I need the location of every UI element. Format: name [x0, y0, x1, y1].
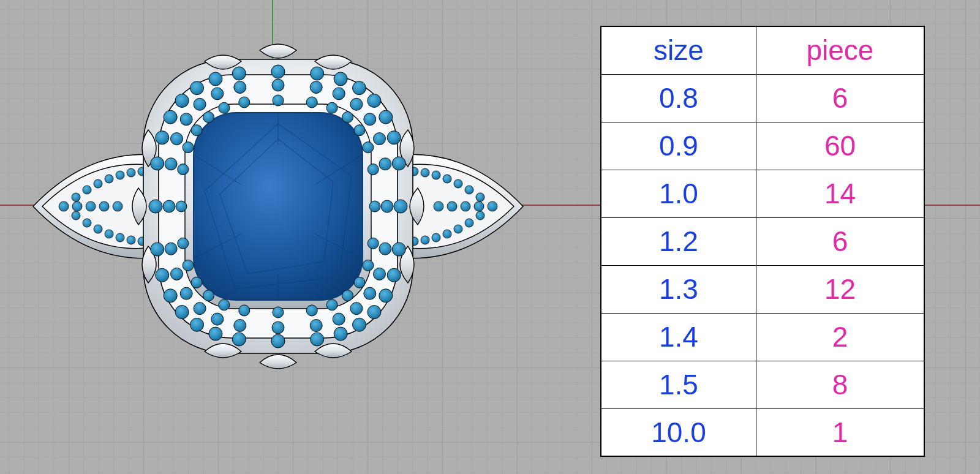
- cell-size: 0.8: [601, 74, 756, 122]
- cell-size: 0.9: [601, 122, 756, 170]
- svg-point-10: [105, 230, 113, 238]
- svg-point-0: [72, 193, 80, 201]
- ring-model-view[interactable]: [21, 32, 535, 381]
- cell-piece: 6: [756, 217, 924, 265]
- cell-piece: 6: [756, 74, 924, 122]
- svg-point-136: [368, 164, 379, 175]
- svg-point-72: [381, 200, 393, 213]
- svg-point-61: [190, 81, 204, 95]
- svg-point-17: [99, 201, 109, 211]
- svg-point-52: [175, 306, 189, 319]
- svg-point-73: [379, 243, 391, 255]
- svg-point-45: [353, 318, 366, 331]
- svg-point-57: [151, 157, 164, 170]
- svg-point-86: [163, 200, 175, 213]
- svg-point-110: [368, 238, 379, 249]
- table-row: 10.01: [601, 408, 924, 456]
- svg-point-112: [354, 277, 365, 288]
- svg-point-58: [156, 131, 169, 145]
- svg-point-99: [379, 158, 391, 170]
- cell-size: 1.3: [601, 265, 756, 313]
- svg-point-124: [178, 164, 189, 175]
- svg-point-90: [194, 98, 206, 110]
- svg-point-123: [176, 201, 187, 212]
- cell-piece: 60: [756, 122, 924, 170]
- svg-point-111: [363, 260, 374, 271]
- svg-point-89: [180, 113, 192, 126]
- svg-point-119: [203, 290, 214, 301]
- cell-size: 1.2: [601, 217, 756, 265]
- svg-point-16: [86, 201, 96, 211]
- svg-point-4: [116, 171, 124, 179]
- svg-point-2: [94, 179, 102, 188]
- svg-point-41: [392, 243, 405, 256]
- svg-point-12: [127, 236, 135, 244]
- svg-point-113: [342, 290, 353, 301]
- svg-point-33: [488, 201, 497, 211]
- svg-point-5: [127, 168, 135, 177]
- cell-piece: 8: [756, 361, 924, 408]
- cell-size: 1.0: [601, 170, 756, 217]
- svg-point-26: [476, 211, 484, 220]
- svg-point-121: [183, 260, 194, 271]
- svg-point-20: [465, 186, 473, 194]
- svg-point-76: [350, 303, 363, 315]
- svg-point-98: [374, 133, 386, 145]
- svg-point-127: [203, 111, 214, 122]
- svg-point-92: [234, 81, 246, 94]
- svg-point-29: [443, 230, 451, 238]
- svg-point-78: [310, 320, 322, 332]
- svg-point-18: [113, 201, 123, 211]
- svg-point-51: [190, 318, 204, 331]
- svg-point-74: [374, 268, 386, 280]
- svg-point-34: [474, 201, 484, 211]
- svg-point-83: [180, 287, 192, 299]
- svg-point-49: [232, 333, 246, 346]
- svg-point-97: [364, 113, 376, 126]
- svg-point-133: [342, 111, 353, 122]
- svg-point-40: [394, 200, 407, 213]
- table-row: 0.960: [601, 122, 924, 170]
- svg-point-95: [333, 88, 345, 100]
- svg-point-80: [234, 320, 246, 332]
- svg-point-22: [443, 175, 451, 183]
- ring-svg: [21, 32, 535, 381]
- svg-point-114: [326, 299, 337, 310]
- svg-point-128: [219, 102, 230, 113]
- svg-point-35: [461, 201, 470, 211]
- svg-point-14: [59, 201, 69, 211]
- svg-point-88: [171, 133, 183, 145]
- svg-point-75: [364, 287, 376, 299]
- svg-point-66: [334, 72, 347, 86]
- svg-point-81: [211, 313, 224, 325]
- stone-count-table: size piece 0.860.9601.0141.261.3121.421.…: [600, 26, 925, 457]
- svg-point-56: [149, 200, 162, 213]
- svg-point-8: [83, 219, 91, 227]
- svg-point-43: [379, 289, 393, 303]
- table-header-row: size piece: [601, 26, 924, 74]
- svg-point-85: [165, 243, 177, 255]
- cell-size: 1.4: [601, 313, 756, 361]
- svg-point-3: [105, 175, 113, 183]
- svg-point-62: [209, 72, 222, 86]
- svg-point-48: [271, 334, 285, 348]
- svg-point-120: [191, 277, 202, 288]
- cell-piece: 1: [756, 408, 924, 456]
- svg-point-109: [369, 201, 380, 212]
- cell-size: 1.5: [601, 361, 756, 408]
- table-row: 1.42: [601, 313, 924, 361]
- svg-point-116: [273, 307, 284, 318]
- svg-point-23: [432, 171, 440, 179]
- svg-point-9: [94, 225, 102, 233]
- svg-point-55: [151, 243, 164, 256]
- svg-point-42: [387, 268, 401, 282]
- svg-point-79: [272, 322, 284, 334]
- svg-point-24: [421, 168, 429, 177]
- table-row: 1.312: [601, 265, 924, 313]
- cell-piece: 12: [756, 265, 924, 313]
- svg-point-31: [421, 236, 429, 244]
- svg-point-27: [465, 219, 473, 227]
- svg-point-130: [273, 95, 284, 106]
- table-row: 1.014: [601, 170, 924, 217]
- svg-point-28: [454, 225, 462, 233]
